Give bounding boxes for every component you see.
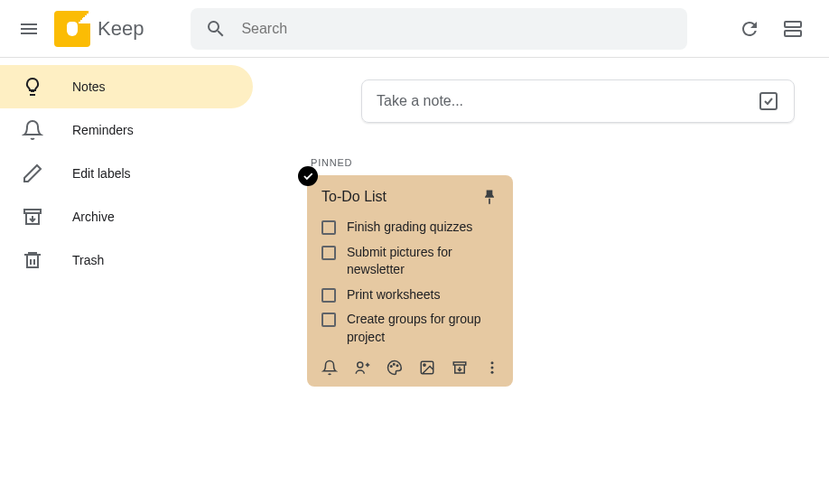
svg-rect-0 <box>785 22 801 27</box>
palette-icon <box>387 359 403 376</box>
checkbox-icon[interactable] <box>321 246 336 260</box>
more-button[interactable] <box>484 359 500 376</box>
background-options-button[interactable] <box>387 359 403 376</box>
list-item-text: Print worksheets <box>347 286 440 304</box>
svg-point-5 <box>391 365 393 367</box>
list-item[interactable]: Submit pictures for newsletter <box>321 240 498 283</box>
note-card-wrapper: To-Do List Finish grading quizzes Submit… <box>307 175 513 387</box>
refresh-icon <box>739 18 760 40</box>
list-item-text: Submit pictures for newsletter <box>347 244 498 279</box>
sidebar: Notes Reminders Edit labels Archive Tras… <box>0 58 253 504</box>
search-icon <box>205 18 227 40</box>
trash-icon <box>22 249 43 271</box>
svg-point-6 <box>394 363 396 365</box>
svg-point-4 <box>358 362 363 368</box>
checkbox-icon[interactable] <box>321 313 336 327</box>
note-toolbar <box>321 350 498 379</box>
list-item[interactable]: Print worksheets <box>321 283 498 308</box>
check-circle-icon <box>302 170 314 182</box>
select-note-button[interactable] <box>298 166 318 186</box>
sidebar-item-label: Edit labels <box>72 166 131 181</box>
list-item-text: Create groups for group project <box>347 311 498 346</box>
archive-icon <box>452 359 468 376</box>
body: Notes Reminders Edit labels Archive Tras… <box>0 58 829 504</box>
svg-point-13 <box>491 370 494 373</box>
bell-icon <box>22 119 43 141</box>
svg-rect-10 <box>453 362 466 365</box>
header-actions <box>731 11 818 47</box>
pin-icon[interactable] <box>480 188 498 206</box>
sidebar-item-label: Archive <box>72 210 115 224</box>
person-add-icon <box>354 359 370 376</box>
main-content: Take a note... PINNED To-Do List Finish … <box>253 58 829 504</box>
app-name: Keep <box>98 17 144 41</box>
header: Keep <box>0 0 829 58</box>
list-view-button[interactable] <box>775 11 811 47</box>
checklist: Finish grading quizzes Submit pictures f… <box>321 215 498 350</box>
list-item[interactable]: Create groups for group project <box>321 307 498 350</box>
note-composer[interactable]: Take a note... <box>361 79 795 123</box>
note-card[interactable]: To-Do List Finish grading quizzes Submit… <box>307 175 513 387</box>
sidebar-item-archive[interactable]: Archive <box>0 195 253 238</box>
search-input[interactable] <box>241 21 673 37</box>
list-view-icon <box>782 18 804 40</box>
new-list-icon[interactable] <box>758 90 779 112</box>
remind-me-button[interactable] <box>321 359 338 376</box>
collaborator-button[interactable] <box>354 359 370 376</box>
note-title: To-Do List <box>321 189 387 205</box>
note-title-row: To-Do List <box>321 188 498 206</box>
svg-rect-3 <box>760 93 777 109</box>
hamburger-icon <box>18 18 40 40</box>
sidebar-item-label: Reminders <box>72 123 134 137</box>
pencil-icon <box>22 163 43 184</box>
svg-point-12 <box>491 366 494 369</box>
app-logo[interactable]: Keep <box>54 11 144 47</box>
archive-button[interactable] <box>452 359 468 376</box>
list-item-text: Finish grading quizzes <box>347 219 472 237</box>
sidebar-item-reminders[interactable]: Reminders <box>0 108 253 152</box>
bell-icon <box>321 359 338 376</box>
sidebar-item-notes[interactable]: Notes <box>0 65 253 108</box>
sidebar-item-label: Trash <box>72 253 104 267</box>
sidebar-item-label: Notes <box>72 79 106 94</box>
svg-point-7 <box>396 365 398 367</box>
composer-placeholder: Take a note... <box>377 93 758 109</box>
sidebar-item-edit-labels[interactable]: Edit labels <box>0 152 253 195</box>
archive-icon <box>22 206 43 228</box>
more-vert-icon <box>484 359 500 376</box>
lightbulb-icon <box>22 76 43 98</box>
svg-point-9 <box>424 363 425 365</box>
pinned-section-label: PINNED <box>311 157 829 168</box>
svg-point-11 <box>491 361 494 364</box>
checkbox-icon[interactable] <box>321 220 336 235</box>
refresh-button[interactable] <box>731 11 768 47</box>
list-item[interactable]: Finish grading quizzes <box>321 215 498 240</box>
image-icon <box>419 359 435 376</box>
svg-rect-2 <box>24 210 41 213</box>
add-image-button[interactable] <box>419 359 435 376</box>
sidebar-item-trash[interactable]: Trash <box>0 238 253 282</box>
search-box[interactable] <box>191 8 687 50</box>
main-menu-button[interactable] <box>11 11 47 47</box>
checkbox-icon[interactable] <box>321 288 336 303</box>
keep-logo-icon <box>54 11 90 47</box>
svg-rect-1 <box>785 31 801 36</box>
